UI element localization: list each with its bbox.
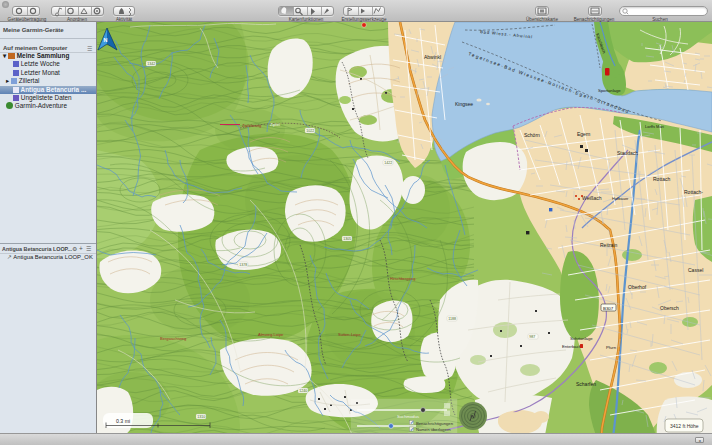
svg-text:3412 ft Höhe: 3412 ft Höhe bbox=[670, 423, 699, 429]
svg-text:Suhrtanlage: Suhrtanlage bbox=[570, 336, 593, 341]
svg-text:1305: 1305 bbox=[343, 237, 351, 241]
svg-text:Sutten-Loipe: Sutten-Loipe bbox=[338, 332, 361, 337]
svg-text:1422: 1422 bbox=[384, 161, 392, 165]
svg-text:Bergwachtweg: Bergwachtweg bbox=[160, 336, 186, 341]
svg-text:1310: 1310 bbox=[197, 415, 205, 419]
svg-text:N: N bbox=[104, 37, 108, 43]
svg-text:Pfurn: Pfurn bbox=[606, 345, 617, 350]
svg-text:Kingsee: Kingsee bbox=[455, 101, 473, 107]
svg-text:0.3 mi: 0.3 mi bbox=[116, 418, 130, 424]
svg-text:Weißach: Weißach bbox=[582, 195, 602, 201]
svg-text:987: 987 bbox=[529, 335, 535, 339]
svg-text:✓: ✓ bbox=[410, 420, 414, 425]
svg-text:Enterbach: Enterbach bbox=[562, 344, 582, 349]
svg-text:Staudach: Staudach bbox=[617, 150, 638, 156]
svg-text:1240: 1240 bbox=[299, 389, 307, 393]
svg-text:Oberhof: Oberhof bbox=[628, 284, 647, 290]
svg-text:Almweg-Loipe: Almweg-Loipe bbox=[258, 332, 284, 337]
svg-text:1188: 1188 bbox=[448, 317, 456, 321]
svg-text:Hofbauer: Hofbauer bbox=[612, 196, 629, 201]
svg-text:Zipfelwang: Zipfelwang bbox=[242, 123, 261, 128]
svg-text:Egern: Egern bbox=[577, 131, 591, 137]
svg-text:Scharfen: Scharfen bbox=[576, 381, 596, 387]
svg-text:1342: 1342 bbox=[147, 62, 155, 66]
svg-text:1022: 1022 bbox=[306, 129, 314, 133]
svg-text:Suchmodus: Suchmodus bbox=[397, 414, 419, 419]
svg-text:Benachrichtigungen: Benachrichtigungen bbox=[416, 421, 454, 426]
svg-text:Obersch: Obersch bbox=[660, 305, 679, 311]
svg-text:Abwinkl: Abwinkl bbox=[424, 54, 441, 60]
svg-text:Reitrain: Reitrain bbox=[600, 242, 617, 248]
svg-text:Sportanlage: Sportanlage bbox=[598, 88, 621, 93]
svg-text:Zipfel: Zipfel bbox=[270, 122, 280, 127]
svg-text:1378: 1378 bbox=[239, 263, 247, 267]
svg-text:Rottach: Rottach bbox=[653, 176, 670, 182]
svg-text:B307: B307 bbox=[603, 306, 614, 311]
svg-text:✓: ✓ bbox=[410, 427, 414, 432]
svg-text:Lorffs Mari: Lorffs Mari bbox=[645, 124, 664, 129]
svg-text:Hirschbergweg: Hirschbergweg bbox=[390, 277, 415, 281]
svg-text:Rottach-: Rottach- bbox=[684, 189, 703, 195]
svg-text:Namen überlagern: Namen überlagern bbox=[416, 427, 451, 432]
svg-text:Schörn: Schörn bbox=[524, 132, 540, 138]
svg-text:Cassel: Cassel bbox=[688, 267, 703, 273]
